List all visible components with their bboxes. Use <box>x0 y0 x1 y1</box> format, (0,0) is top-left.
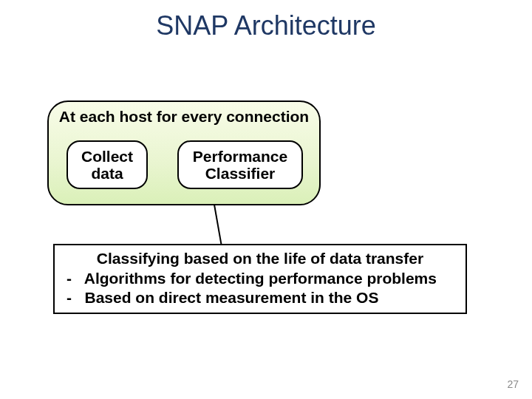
connector-line <box>214 205 222 245</box>
bullet-2-text: Based on direct measurement in the OS <box>85 289 379 306</box>
slide-title: SNAP Architecture <box>0 10 532 41</box>
bullet-1-text: Algorithms for detecting performance pro… <box>84 270 437 287</box>
page-number: 27 <box>507 378 519 390</box>
collect-data-box: Collect data <box>66 140 148 189</box>
description-box: Classifying based on the life of data tr… <box>53 244 467 314</box>
description-heading: Classifying based on the life of data tr… <box>65 250 455 267</box>
host-container: At each host for every connection Collec… <box>47 100 321 205</box>
performance-classifier-box: Performance Classifier <box>177 140 303 189</box>
description-bullet-1: - Algorithms for detecting performance p… <box>65 269 455 288</box>
collect-data-label: Collect data <box>81 148 133 182</box>
performance-classifier-label: Performance Classifier <box>193 148 287 182</box>
host-label: At each host for every connection <box>49 108 319 126</box>
description-bullet-2: - Based on direct measurement in the OS <box>65 288 455 307</box>
